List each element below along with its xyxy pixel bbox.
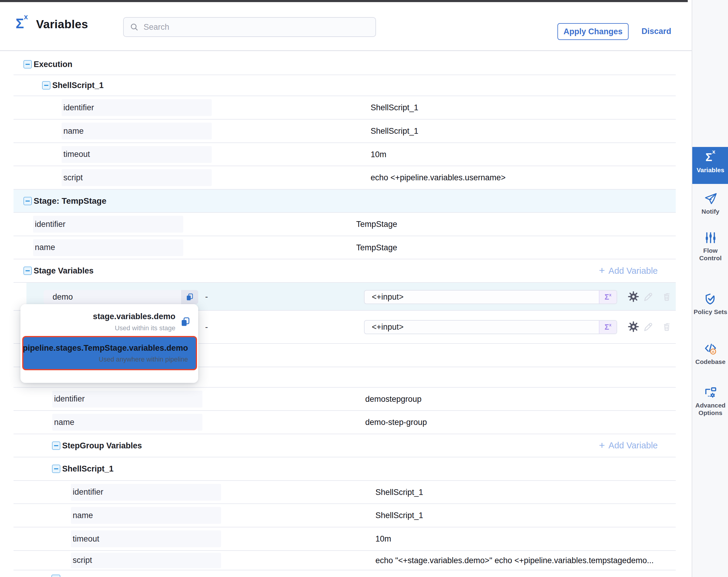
expression-text: stage.variables.demo xyxy=(93,311,175,322)
group-row-stage-tempstage: Stage: TempStage xyxy=(14,190,676,213)
field-value: TempStage xyxy=(356,243,397,252)
variable-type-separator: - xyxy=(205,322,208,332)
variable-name-field[interactable]: demo xyxy=(44,290,198,304)
field-label: name xyxy=(61,127,84,136)
field-label: timeout xyxy=(71,534,99,544)
variable-value-input[interactable]: <+input> Σx xyxy=(364,320,617,334)
group-label: ShellScript_1 xyxy=(62,464,113,474)
settings-gear-icon[interactable] xyxy=(628,291,639,303)
edit-pencil-icon[interactable] xyxy=(643,291,653,303)
apply-changes-button[interactable]: Apply Changes xyxy=(557,23,629,40)
variable-value: <+input> xyxy=(365,293,599,302)
variable-expression-popup: stage.variables.demo Used within its sta… xyxy=(20,304,198,383)
field-row: name ShellScript_1 xyxy=(14,120,676,143)
field-value: ShellScript_1 xyxy=(371,127,418,136)
paper-plane-icon xyxy=(704,192,718,205)
delete-trash-icon[interactable] xyxy=(661,292,672,303)
sidebar-item-variables[interactable]: Σx Variables xyxy=(692,147,728,184)
sidebar-item-flow-control[interactable]: Flow Control xyxy=(692,231,728,262)
collapse-icon[interactable] xyxy=(23,60,32,69)
field-label-box: script xyxy=(61,169,212,186)
plus-icon: + xyxy=(599,265,605,275)
field-label: timeout xyxy=(61,150,90,159)
field-row: script echo "<+stage.variables.demo>" ec… xyxy=(14,551,676,570)
field-label: script xyxy=(71,556,92,565)
add-variable-button[interactable]: + Add Variable xyxy=(599,441,658,451)
group-row-stepgroup-variables: StepGroup Variables + Add Variable xyxy=(14,434,676,457)
field-value: demo-step-group xyxy=(365,418,427,427)
field-label-box: name xyxy=(71,507,221,524)
field-label-box: name xyxy=(61,123,212,140)
collapse-icon-fragment xyxy=(51,575,60,577)
field-row: script echo <+pipeline.variables.usernam… xyxy=(14,166,676,190)
field-value: echo <+pipeline.variables.username> xyxy=(371,173,506,182)
delete-trash-icon[interactable] xyxy=(661,322,672,333)
copy-icon[interactable] xyxy=(180,317,190,327)
field-label: identifier xyxy=(61,103,94,112)
search-input[interactable] xyxy=(143,22,366,32)
sidebar-item-policy-sets[interactable]: Policy Sets xyxy=(692,292,728,316)
field-row: name ShellScript_1 xyxy=(14,504,676,527)
sidebar-item-notify[interactable]: Notify xyxy=(692,192,728,216)
expression-option-stage-scope[interactable]: stage.variables.demo Used within its sta… xyxy=(93,311,190,332)
field-row: identifier TempStage xyxy=(14,213,676,236)
variable-type-separator: - xyxy=(205,292,208,301)
group-label: Stage Variables xyxy=(34,266,94,276)
field-row: identifier ShellScript_1 xyxy=(14,96,676,120)
field-value: ShellScript_1 xyxy=(375,511,423,520)
group-label: Stage: TempStage xyxy=(34,196,106,206)
variable-value-input[interactable]: <+input> Σx xyxy=(364,290,617,304)
group-row-execution: Execution xyxy=(14,54,676,75)
sigma-x-icon: Σx xyxy=(692,152,728,163)
field-label: name xyxy=(52,418,75,427)
collapse-icon[interactable] xyxy=(52,442,60,450)
variables-sigma-icon: Σx xyxy=(16,17,28,30)
sidebar-item-advanced-options[interactable]: Advanced Options xyxy=(692,385,728,417)
expression-sigma-icon[interactable]: Σx xyxy=(599,291,617,303)
collapse-icon[interactable] xyxy=(42,81,50,90)
expression-option-pipeline-scope-selected[interactable]: pipeline.stages.TempStage.variables.demo… xyxy=(22,336,197,370)
search-icon xyxy=(130,23,139,31)
field-row: name TempStage xyxy=(14,236,676,259)
group-row-shellscript1: ShellScript_1 xyxy=(14,75,676,96)
copy-button[interactable] xyxy=(181,290,198,304)
flowchart-gear-icon xyxy=(704,385,718,399)
expression-scope-hint: Used within its stage xyxy=(93,324,175,332)
expression-text: pipeline.stages.TempStage.variables.demo xyxy=(23,343,188,353)
variable-value: <+input> xyxy=(365,323,599,332)
collapse-icon[interactable] xyxy=(52,465,60,473)
edit-pencil-icon[interactable] xyxy=(643,321,653,333)
field-label: name xyxy=(33,243,55,252)
field-row: timeout 10m xyxy=(14,143,676,166)
field-value: ShellScript_1 xyxy=(375,487,423,497)
collapse-icon[interactable] xyxy=(23,267,32,275)
field-row: identifier demostepgroup xyxy=(14,388,676,411)
expression-sigma-icon[interactable]: Σx xyxy=(599,321,617,333)
field-value: ShellScript_1 xyxy=(371,103,418,112)
expression-scope-hint: Used anywhere within pipeline xyxy=(23,355,188,363)
right-sidebar: Σx Variables Notify Flow Control xyxy=(692,0,728,577)
field-row: identifier ShellScript_1 xyxy=(14,481,676,504)
sliders-icon xyxy=(704,231,718,245)
discard-button[interactable]: Discard xyxy=(642,27,671,36)
add-variable-button[interactable]: + Add Variable xyxy=(599,266,658,276)
field-label-box: timeout xyxy=(71,530,221,547)
field-label: identifier xyxy=(33,220,66,229)
sidebar-item-codebase[interactable]: Codebase xyxy=(692,342,728,366)
field-label-box: name xyxy=(52,414,202,431)
field-label: identifier xyxy=(52,394,85,404)
header: Σx Variables Apply Changes Discard xyxy=(0,2,692,51)
settings-gear-icon[interactable] xyxy=(628,321,639,333)
group-label: ShellScript_1 xyxy=(52,81,104,90)
plus-icon: + xyxy=(599,440,605,450)
field-label: script xyxy=(61,173,83,182)
collapse-icon[interactable] xyxy=(23,197,32,205)
group-row-shellscript1-nested: ShellScript_1 xyxy=(14,457,676,481)
group-label: Execution xyxy=(34,60,72,69)
search-box[interactable] xyxy=(123,17,376,37)
shield-check-icon xyxy=(704,292,718,306)
field-label-box: identifier xyxy=(33,216,183,233)
field-label-box: identifier xyxy=(52,391,202,407)
field-label-box: identifier xyxy=(71,484,221,501)
field-value: demostepgroup xyxy=(365,394,422,404)
